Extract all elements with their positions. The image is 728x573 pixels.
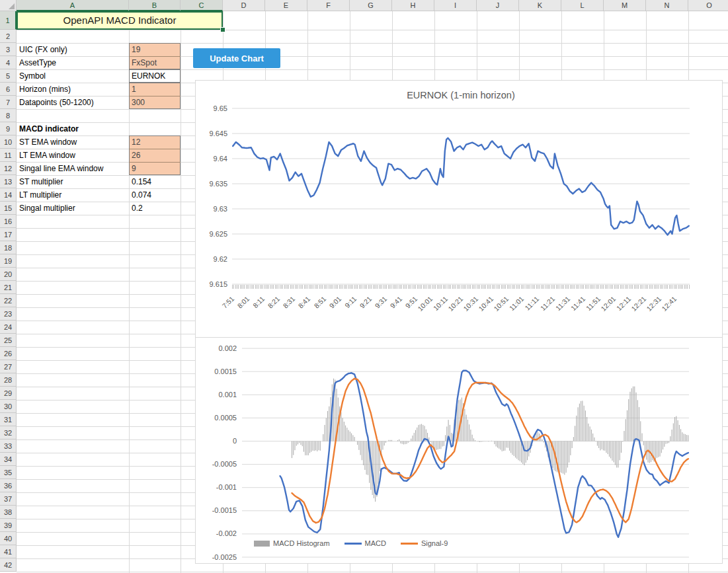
row-header-15[interactable]: 15 [0,202,17,215]
macd-y-tick-label: 0.0005 [200,414,237,422]
column-header-I[interactable]: I [434,0,477,11]
title-cell[interactable]: OpenAPI MACD Indicator [17,11,223,30]
column-header-C[interactable]: C [181,0,223,11]
field-value-row5[interactable]: EURNOK [129,69,181,83]
row-header-9[interactable]: 9 [0,122,17,135]
legend-item: MACD [344,539,386,547]
select-all-triangle-icon [9,3,15,9]
column-header-G[interactable]: G [350,0,392,11]
row-header-39[interactable]: 39 [0,519,17,532]
column-header-J[interactable]: J [477,0,519,11]
row-header-19[interactable]: 19 [0,254,17,268]
column-header-K[interactable]: K [519,0,561,11]
macd-y-tick-label: 0 [200,437,237,445]
field-label-row11[interactable]: LT EMA window [17,149,129,162]
row-header-26[interactable]: 26 [0,347,17,360]
macd-legend: MACD HistogramMACDSignal-9 [254,539,462,547]
field-label-row13[interactable]: ST multiplier [17,175,129,188]
row-header-24[interactable]: 24 [0,321,17,334]
row-header-42[interactable]: 42 [0,558,17,572]
field-label-row15[interactable]: Singal multiplier [17,202,129,215]
row-header-27[interactable]: 27 [0,360,17,373]
field-label-row9[interactable]: MACD indicator [17,122,129,135]
legend-line-swatch-icon [344,543,362,545]
field-label-row7[interactable]: Datapoints (50-1200) [17,96,129,109]
row-header-6[interactable]: 6 [0,83,17,96]
row-header-22[interactable]: 22 [0,294,17,307]
row-header-21[interactable]: 21 [0,281,17,294]
legend-item: MACD Histogram [254,539,330,547]
row-header-4[interactable]: 4 [0,56,17,69]
field-value-row10[interactable]: 12 [129,135,181,149]
field-value-row7[interactable]: 300 [129,96,181,109]
row-header-10[interactable]: 10 [0,135,17,149]
row-header-23[interactable]: 23 [0,307,17,321]
row-header-16[interactable]: 16 [0,215,17,228]
field-value-row15[interactable]: 0.2 [129,202,181,215]
price-chart[interactable]: EURNOK (1-min horizon)9.659.6459.649.635… [195,80,723,338]
price-y-tick-label: 9.62 [200,255,227,263]
field-value-row12[interactable]: 9 [129,162,181,175]
column-header-E[interactable]: E [265,0,307,11]
column-header-B[interactable]: B [129,0,181,11]
field-value-row6[interactable]: 1 [129,83,181,96]
update-chart-button[interactable]: Update Chart [193,48,280,68]
row-header-31[interactable]: 31 [0,413,17,426]
field-label-row14[interactable]: LT multiplier [17,188,129,202]
field-label-row5[interactable]: Symbol [17,69,129,83]
price-x-minor-ticks [232,285,690,289]
row-header-14[interactable]: 14 [0,188,17,202]
row-header-28[interactable]: 28 [0,373,17,387]
field-value-row11[interactable]: 26 [129,149,181,162]
field-value-row4[interactable]: FxSpot [129,56,181,69]
row-header-3[interactable]: 3 [0,43,17,56]
row-header-29[interactable]: 29 [0,387,17,400]
price-chart-title: EURNOK (1-min horizon) [232,90,690,100]
row-header-8[interactable]: 8 [0,109,17,122]
row-header-37[interactable]: 37 [0,492,17,506]
field-label-row12[interactable]: Singal line EMA window [17,162,129,175]
row-header-18[interactable]: 18 [0,241,17,254]
row-header-7[interactable]: 7 [0,96,17,109]
price-y-tick-label: 9.645 [200,130,227,137]
column-header-F[interactable]: F [307,0,350,11]
row-header-41[interactable]: 41 [0,545,17,558]
macd-chart[interactable]: 0.0020.00150.0010.00050-0.0005-0.001-0.0… [195,338,723,564]
row-header-5[interactable]: 5 [0,69,17,83]
row-header-12[interactable]: 12 [0,162,17,175]
field-value-row14[interactable]: 0.074 [129,188,181,202]
row-header-33[interactable]: 33 [0,439,17,453]
row-header-32[interactable]: 32 [0,426,17,439]
row-header-36[interactable]: 36 [0,479,17,492]
legend-bar-swatch-icon [254,541,270,547]
select-all-corner[interactable] [0,0,17,11]
field-label-row10[interactable]: ST EMA window [17,135,129,149]
row-header-35[interactable]: 35 [0,466,17,479]
row-header-2[interactable]: 2 [0,30,17,43]
column-header-H[interactable]: H [392,0,434,11]
row-header-13[interactable]: 13 [0,175,17,188]
row-header-38[interactable]: 38 [0,506,17,519]
row-header-25[interactable]: 25 [0,334,17,347]
field-value-row13[interactable]: 0.154 [129,175,181,188]
row-header-1[interactable]: 1 [0,11,17,30]
macd-y-tick-label: -0.002 [200,529,237,537]
column-header-D[interactable]: D [223,0,265,11]
field-label-row4[interactable]: AssetType [17,56,129,69]
field-label-row6[interactable]: Horizon (mins) [17,83,129,96]
field-label-row3[interactable]: UIC (FX only) [17,43,129,56]
column-header-O[interactable]: O [688,0,728,11]
row-header-20[interactable]: 20 [0,268,17,281]
row-header-40[interactable]: 40 [0,532,17,545]
column-header-M[interactable]: M [604,0,646,11]
row-header-17[interactable]: 17 [0,228,17,241]
row-header-30[interactable]: 30 [0,400,17,413]
price-line-series [233,138,689,235]
fill-handle[interactable] [220,27,225,32]
column-header-L[interactable]: L [561,0,604,11]
row-header-34[interactable]: 34 [0,453,17,466]
column-header-N[interactable]: N [646,0,688,11]
column-header-A[interactable]: A [17,0,129,11]
row-header-11[interactable]: 11 [0,149,17,162]
field-value-row3[interactable]: 19 [129,43,181,56]
